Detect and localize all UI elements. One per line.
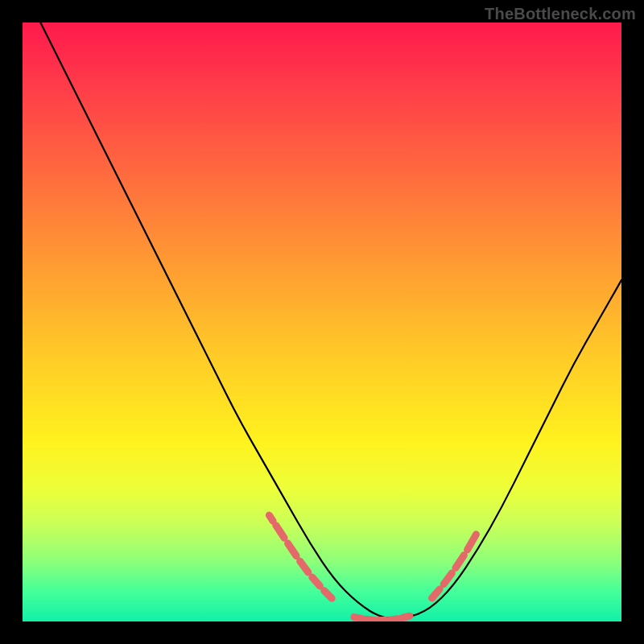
highlight-dash <box>324 591 332 599</box>
bottleneck-curve <box>23 23 621 618</box>
attribution-watermark: TheBottleneck.com <box>485 5 636 23</box>
highlight-dash <box>312 577 320 586</box>
highlight-dash <box>390 619 398 620</box>
highlight-dash <box>432 589 440 598</box>
highlight-segment-right <box>432 535 477 598</box>
highlight-segment-left <box>269 515 332 598</box>
highlight-dash <box>300 561 308 572</box>
highlight-dash <box>269 515 273 521</box>
highlight-dash <box>288 543 296 556</box>
highlight-dash <box>354 617 362 619</box>
highlight-dash <box>402 616 410 617</box>
highlight-dash <box>366 619 374 620</box>
highlight-dash <box>456 555 464 568</box>
highlight-dash <box>276 526 284 539</box>
highlight-dash <box>468 535 477 550</box>
chart-svg <box>23 23 621 621</box>
highlight-dash <box>444 573 452 584</box>
highlight-segment-bottom <box>354 616 410 620</box>
chart-frame: TheBottleneck.com <box>0 0 644 644</box>
chart-plot-area <box>23 23 621 621</box>
